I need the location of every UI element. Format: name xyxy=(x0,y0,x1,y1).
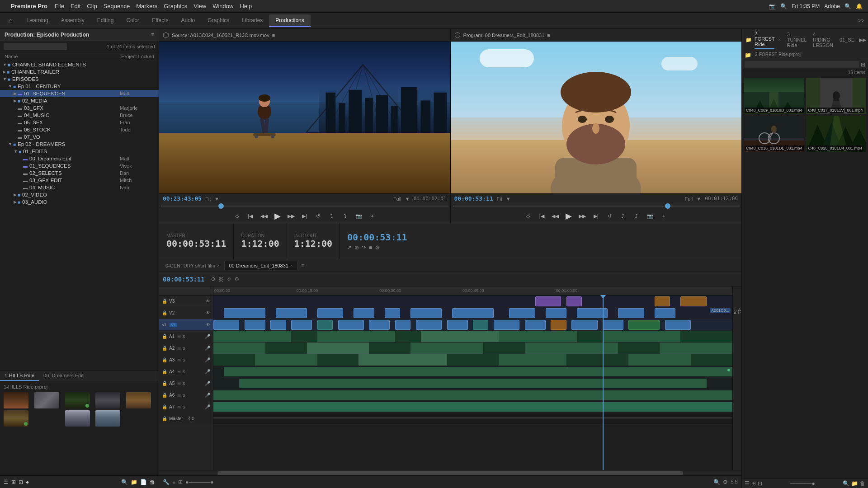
step-fwd-btn[interactable]: ▶| xyxy=(300,211,310,221)
prog-lift-btn[interactable]: ⤴ xyxy=(618,211,628,221)
seq-tab-century[interactable]: 0-CENTURY short film × xyxy=(161,261,225,270)
list-item[interactable]: ▶ ▬ 07_VO xyxy=(0,133,159,141)
solo-a2[interactable]: S xyxy=(183,346,185,351)
menu-clip[interactable]: Clip xyxy=(87,3,97,9)
tl-tool-link[interactable]: ⛓ xyxy=(219,277,224,282)
bin-thumb-3[interactable]: C048_C018_0101DL_001.mp4 xyxy=(744,116,804,152)
lock-a2[interactable]: 🔒 xyxy=(162,346,167,351)
add-marker-btn[interactable]: ◇ xyxy=(232,211,242,221)
tl-btm-tool2[interactable]: ≡ xyxy=(172,479,175,485)
prog-step-back-btn[interactable]: |◀ xyxy=(537,211,547,221)
bin-meta-view[interactable]: ⊡ xyxy=(758,480,762,487)
source-menu-icon[interactable]: ≡ xyxy=(272,33,275,38)
list-item[interactable]: ▶ ▬ 06_STOCK Todd xyxy=(0,126,159,133)
tab-dreamers-edit[interactable]: 00_Dreamers Edit xyxy=(39,371,88,381)
clip[interactable] xyxy=(665,320,691,330)
bin-search-input[interactable] xyxy=(745,61,859,68)
tool-btn-5[interactable]: ⚙ xyxy=(375,244,380,251)
timeline-scrollbar[interactable] xyxy=(159,470,741,475)
clip[interactable] xyxy=(628,320,660,330)
search-btn[interactable]: 🔍 xyxy=(121,479,128,485)
tab-audio[interactable]: Audio xyxy=(175,14,202,27)
program-quality-dropdown[interactable]: ▼ xyxy=(696,196,701,202)
lock-a4[interactable]: 🔒 xyxy=(162,369,167,374)
clip[interactable] xyxy=(525,320,546,330)
menu-sequence[interactable]: Sequence xyxy=(104,3,130,9)
mic-a1[interactable]: 🎤 xyxy=(205,334,210,339)
seq-menu-icon[interactable]: ≡ xyxy=(301,263,304,269)
track-v3[interactable] xyxy=(213,296,732,307)
tl-btm-tool4[interactable]: 🔍 xyxy=(713,479,720,485)
clip[interactable] xyxy=(452,308,494,318)
close-tab-dreamers[interactable]: × xyxy=(290,263,292,268)
solo-a3[interactable]: S xyxy=(183,358,185,362)
menu-edit[interactable]: Edit xyxy=(71,3,80,9)
list-item[interactable]: ▶ ▬ 04_MUSIC Ivan xyxy=(0,184,159,191)
list-item[interactable]: ▶ ■ 03_AUDIO xyxy=(0,198,159,206)
clip[interactable] xyxy=(577,308,608,318)
prog-camera-btn[interactable]: 📷 xyxy=(645,211,655,221)
clip[interactable] xyxy=(494,320,519,330)
tl-btm-tool3[interactable]: ⊞ xyxy=(178,479,183,485)
mic-a3[interactable]: 🎤 xyxy=(205,357,210,362)
lock-master[interactable]: 🔒 xyxy=(162,416,167,421)
clip[interactable] xyxy=(317,308,343,318)
solo-a1[interactable]: S xyxy=(183,334,185,339)
clip[interactable] xyxy=(354,308,374,318)
tool-btn-1[interactable]: ↗ xyxy=(347,244,352,251)
track-a1[interactable] xyxy=(213,331,732,343)
menu-graphics[interactable]: Graphics xyxy=(164,3,187,9)
eye-v2[interactable]: 👁 xyxy=(206,310,210,315)
camera-btn[interactable]: 📷 xyxy=(354,211,364,221)
solo-a4[interactable]: S xyxy=(183,370,185,374)
clip[interactable] xyxy=(410,308,442,318)
clip[interactable] xyxy=(369,320,390,330)
prog-loop-btn[interactable]: ↺ xyxy=(604,211,614,221)
clip[interactable] xyxy=(395,320,410,330)
clip[interactable] xyxy=(213,320,239,330)
clip[interactable] xyxy=(447,320,468,330)
prog-prev-frame-btn[interactable]: ◀◀ xyxy=(550,211,560,221)
home-button[interactable]: ⌂ xyxy=(4,14,17,28)
source-quality-dropdown[interactable]: ▼ xyxy=(405,196,410,202)
panel-menu-icon[interactable]: ≡ xyxy=(151,32,154,38)
thumbnail[interactable] xyxy=(95,392,120,408)
more-tabs-icon[interactable]: >> xyxy=(858,18,864,24)
program-fit-dropdown[interactable]: ▼ xyxy=(506,196,511,202)
clip[interactable] xyxy=(618,308,644,318)
mute-a6[interactable]: M xyxy=(177,393,181,398)
mute-a4[interactable]: M xyxy=(177,370,181,374)
bin-title-tab1[interactable]: 2-FOREST Ride xyxy=(755,31,774,49)
search-btn[interactable]: 🔍 xyxy=(844,3,851,9)
loop-btn[interactable]: ↺ xyxy=(313,211,323,221)
clip[interactable] xyxy=(566,296,582,306)
clip[interactable] xyxy=(270,320,286,330)
menu-markers[interactable]: Markers xyxy=(136,3,157,9)
overwrite-btn[interactable]: ⤵ xyxy=(340,211,350,221)
track-v1[interactable] xyxy=(213,319,732,331)
track-a6[interactable] xyxy=(213,389,732,401)
tab-color[interactable]: Color xyxy=(120,14,146,27)
lock-a6[interactable]: 🔒 xyxy=(162,393,167,398)
list-item[interactable]: ▶ ■ CHANNEL TRAILER xyxy=(0,68,159,75)
track-a4[interactable] xyxy=(213,366,732,378)
bin-thumb-4[interactable]: C48_C020_0101U4_001.mp4 xyxy=(806,116,867,152)
clip[interactable] xyxy=(338,320,364,330)
thumbnail[interactable] xyxy=(65,392,90,408)
menu-help[interactable]: Help xyxy=(240,3,252,9)
lock-a7[interactable]: 🔒 xyxy=(162,404,167,409)
list-item[interactable]: ▶ ▬ 05_SFX Fran xyxy=(0,119,159,126)
step-back-btn[interactable]: |◀ xyxy=(245,211,255,221)
tab-libraries[interactable]: Libraries xyxy=(236,14,269,27)
menu-view[interactable]: View xyxy=(193,3,206,9)
solo-a6[interactable]: S xyxy=(183,393,185,398)
tab-learning[interactable]: Learning xyxy=(21,14,55,27)
list-item[interactable]: ▼ ■ Ep 01 - CENTURY xyxy=(0,83,159,90)
track-v1-active[interactable]: V1 xyxy=(170,323,177,327)
tl-btm-tool5[interactable]: ⚙ xyxy=(723,479,728,485)
tab-editing[interactable]: Editing xyxy=(91,14,120,27)
bin-more-tabs[interactable]: ▶▶ xyxy=(859,37,866,43)
bin-title-tab4[interactable]: 01_SE xyxy=(840,37,854,42)
mute-a3[interactable]: M xyxy=(177,358,181,362)
mic-a4[interactable]: 🎤 xyxy=(205,369,210,374)
